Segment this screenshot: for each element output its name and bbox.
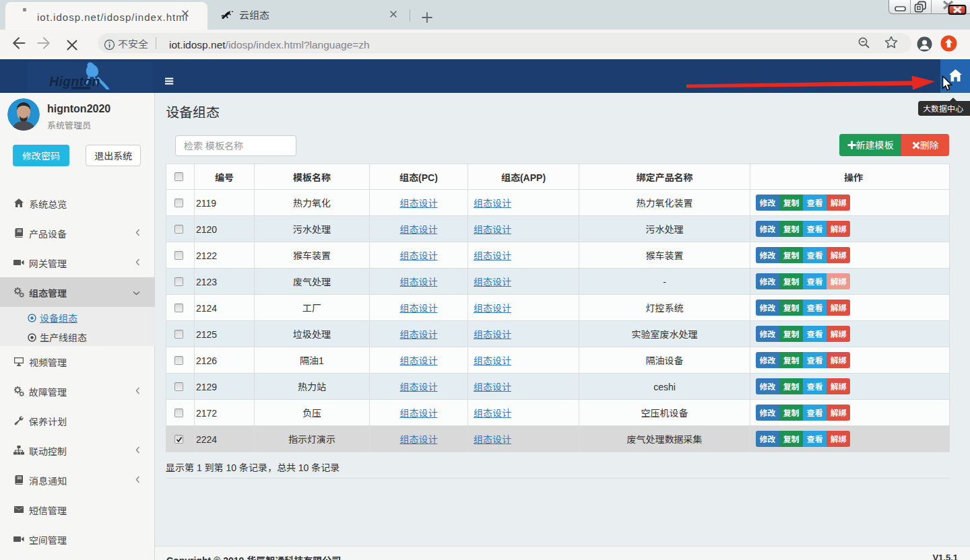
svg-text:Hignton: Hignton bbox=[49, 74, 100, 89]
